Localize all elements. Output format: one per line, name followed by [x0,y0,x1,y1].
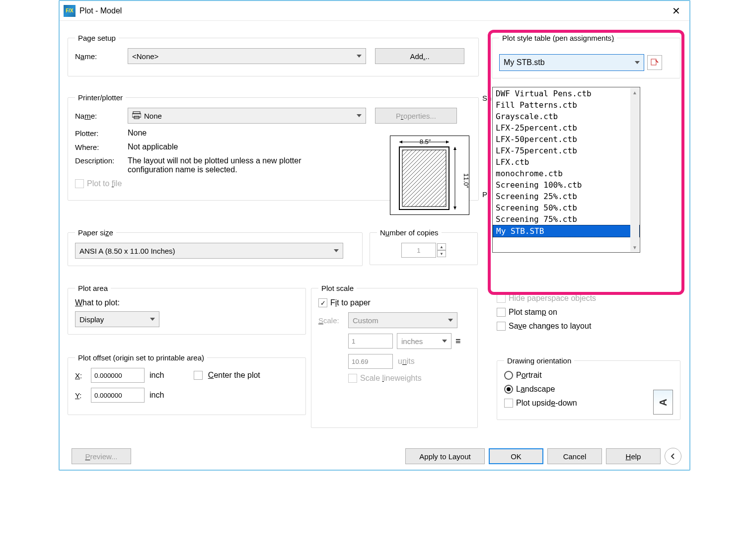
plot-area-group: Plot area What to plot: Display [68,284,306,335]
svg-marker-12 [453,207,456,210]
plot-style-option[interactable]: My STB.STB [493,225,640,237]
plot-style-option[interactable]: LFX-25percent.ctb [493,122,640,134]
plot-style-value: My STB.stb [504,58,545,67]
desc-label: Description: [75,156,128,165]
hide-paperspace-label: Hide paperspace objects [509,294,596,303]
scale-unit-value: inches [401,337,423,346]
scrollbar[interactable]: ▲ ▼ [630,88,639,252]
page-setup-name-value: <None> [132,52,158,61]
expand-button[interactable] [665,448,681,465]
landscape-label: Landscape [516,385,555,394]
copies-legend: Number of copies [377,228,442,237]
printer-name-select[interactable]: None [128,108,366,124]
plot-style-option[interactable]: LFX-75percent.ctb [493,145,640,156]
what-to-plot-select[interactable]: Display [75,311,159,327]
plot-scale-legend: Plot scale [318,284,357,292]
plot-style-option[interactable]: DWF Virtual Pens.ctb [493,88,640,99]
chevron-left-icon [670,453,676,460]
plot-style-option[interactable]: Screening 50%.ctb [493,202,640,213]
printer-name-value: None [144,112,162,120]
help-button[interactable]: Help [606,448,661,464]
scale-unit-select[interactable]: inches [397,333,451,349]
plot-to-file-label: Plot to file [87,179,122,188]
window-title: Plot - Model [79,6,122,15]
orientation-icon: A [653,390,673,415]
plot-style-option[interactable]: LFX-50percent.ctb [493,134,640,145]
svg-text:11.0″: 11.0″ [462,173,470,188]
plot-offset-legend: Plot offset (origin set to printable are… [75,353,207,362]
plot-stamp-checkbox[interactable] [497,308,506,317]
save-changes-label: Save changes to layout [509,322,591,331]
svg-marker-5 [399,140,402,143]
plot-style-option[interactable]: Screening 25%.ctb [493,191,640,202]
printer-name-label: Name: [75,112,128,120]
plot-style-group: Plot style table (pen assignments) My ST… [492,34,680,78]
scale-value2-input [348,354,393,369]
plot-style-option[interactable]: LFX.ctb [493,156,640,168]
y-input[interactable] [91,388,145,403]
button-bar: Preview... Apply to Layout OK Cancel Hel… [68,448,681,465]
center-plot-checkbox[interactable] [194,371,203,380]
plot-stamp-label: Plot stamp on [509,308,557,317]
plot-style-option[interactable]: Grayscale.ctb [493,111,640,122]
portrait-label: Portrait [516,371,542,380]
plot-style-option[interactable]: Fill Patterns.ctb [493,99,640,111]
preview-button[interactable]: Preview... [72,448,131,464]
chevron-down-icon [635,61,640,64]
fit-to-paper-checkbox[interactable]: ✓ [318,298,327,307]
save-changes-checkbox[interactable] [497,322,506,331]
cancel-button[interactable]: Cancel [547,448,602,464]
plot-options-partial: Hide paperspace objects Plot stamp on Sa… [497,294,680,336]
paper-size-value: ANSI A (8.50 x 11.00 Inches) [79,247,175,255]
svg-marker-6 [446,140,449,143]
plot-style-option[interactable]: Screening 75%.ctb [493,213,640,225]
apply-to-layout-button[interactable]: Apply to Layout [405,448,485,464]
page-setup-group: Page setup Name: <None> Add... [68,34,479,76]
svg-rect-14 [651,59,656,65]
plot-offset-group: Plot offset (origin set to printable are… [68,353,306,415]
shaded-cut-label: Sh [482,94,491,102]
plot-to-file-checkbox [75,179,84,188]
svg-rect-1 [132,114,141,117]
plot-style-select[interactable]: My STB.stb [499,54,644,71]
plot-style-dropdown[interactable]: DWF Virtual Pens.ctbFill Patterns.ctbGra… [492,87,640,253]
paper-preview-icon: 8.5″ 11.0″ [390,136,469,215]
equals-icon: ≡ [455,336,461,347]
x-input[interactable] [91,368,145,383]
plot-scale-group: Plot scale ✓ Fit to paper Scale: Custom … [311,284,478,428]
desc-value: The layout will not be plotted unless a … [128,156,336,174]
svg-marker-11 [453,147,456,150]
scale-unit2-label: units [398,357,415,366]
chevron-down-icon [357,114,362,117]
page-setup-name-select[interactable]: <None> [128,48,366,64]
paper-size-group: Paper size ANSI A (8.50 x 11.00 Inches) [68,228,363,266]
scroll-up-icon[interactable]: ▲ [630,88,639,97]
fit-to-paper-label: Fit to paper [330,298,371,307]
landscape-radio[interactable] [504,385,513,394]
page-setup-name-label: Name: [75,52,128,61]
scroll-down-icon[interactable]: ▼ [630,243,639,252]
copies-spinner[interactable]: ▲▼ [437,243,446,257]
x-unit: inch [150,371,164,380]
chevron-down-icon [442,340,447,343]
y-unit: inch [150,391,164,400]
plotter-label: Plotter: [75,129,128,138]
plot-style-option[interactable]: monochrome.ctb [493,168,640,179]
y-label: Y: [75,391,91,400]
plot-style-option[interactable]: Screening 100%.ctb [493,179,640,191]
chevron-down-icon [357,55,362,58]
portrait-radio[interactable] [504,371,513,380]
scale-lineweights-checkbox [348,374,357,383]
chevron-down-icon [150,318,155,321]
center-plot-option[interactable]: Center the plot [194,371,260,380]
scale-value: Custom [353,316,378,325]
add-button[interactable]: Add... [375,48,464,64]
edit-style-button[interactable] [647,55,662,70]
upside-down-checkbox[interactable] [504,399,513,408]
close-icon[interactable]: ✕ [667,3,685,19]
printer-legend: Printer/plotter [75,93,126,102]
paper-size-select[interactable]: ANSI A (8.50 x 11.00 Inches) [75,243,343,259]
copies-input[interactable] [401,243,436,258]
ok-button[interactable]: OK [489,448,543,464]
printer-group: Printer/plotter Name: None Properties...… [68,93,479,201]
